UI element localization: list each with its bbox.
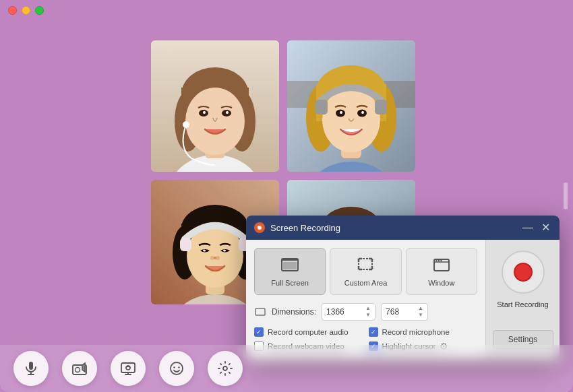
- svg-point-89: [173, 366, 175, 368]
- svg-rect-77: [255, 308, 265, 315]
- video-thumb-2: [287, 40, 415, 172]
- record-audio-checkbox[interactable]: [254, 327, 264, 337]
- start-recording-wrap: Start Recording: [497, 251, 548, 308]
- emoji-button[interactable]: [159, 351, 194, 386]
- custom-area-label: Custom Area: [344, 279, 388, 287]
- svg-marker-82: [82, 363, 85, 372]
- mode-panel: Full Screen: [246, 240, 485, 360]
- svg-point-75: [438, 260, 440, 261]
- svg-rect-42: [180, 238, 191, 251]
- custom-area-icon: [356, 256, 375, 275]
- svg-point-30: [340, 111, 342, 114]
- dialog-minimize-button[interactable]: —: [521, 222, 535, 233]
- camera-button[interactable]: [62, 351, 97, 386]
- width-value: 1366: [326, 307, 344, 317]
- svg-point-44: [203, 250, 206, 252]
- record-dot-icon: [514, 263, 533, 282]
- record-audio-option: Record computer audio: [254, 327, 363, 337]
- svg-point-76: [440, 260, 442, 261]
- svg-point-31: [361, 111, 364, 114]
- svg-rect-61: [282, 259, 298, 261]
- video-thumb-1: [151, 40, 279, 172]
- full-screen-label: Full Screen: [271, 279, 309, 287]
- settings-toolbar-button[interactable]: [208, 351, 243, 386]
- bottom-toolbar: [0, 345, 573, 392]
- screen-share-button[interactable]: [111, 351, 146, 386]
- svg-point-48: [216, 256, 220, 260]
- full-screen-mode-button[interactable]: Full Screen: [254, 248, 326, 295]
- svg-rect-26: [315, 100, 328, 115]
- height-stepper: ▲ ▼: [418, 305, 423, 318]
- microphone-icon: [23, 360, 39, 377]
- record-microphone-option: Record microphone: [369, 327, 478, 337]
- svg-rect-62: [283, 262, 297, 269]
- dialog-title-icon: [254, 222, 265, 233]
- minimize-button[interactable]: [22, 6, 30, 15]
- record-audio-label: Record computer audio: [268, 328, 349, 336]
- width-stepper: ▲ ▼: [365, 305, 371, 318]
- svg-rect-84: [121, 363, 135, 372]
- dialog-titlebar: Screen Recording — ✕: [246, 216, 560, 240]
- svg-point-88: [171, 362, 183, 374]
- svg-rect-78: [29, 362, 33, 370]
- start-recording-button[interactable]: [502, 251, 545, 294]
- record-microphone-label: Record microphone: [382, 328, 450, 336]
- svg-point-13: [226, 111, 229, 114]
- height-input[interactable]: 768 ▲ ▼: [381, 303, 428, 321]
- screen-share-icon: [120, 360, 136, 377]
- traffic-lights: [8, 6, 44, 15]
- dialog-window-controls: — ✕: [521, 222, 551, 233]
- screen-recording-dialog: Screen Recording — ✕: [246, 216, 560, 360]
- custom-area-mode-button[interactable]: Custom Area: [330, 248, 401, 295]
- app-window: Screen Recording — ✕: [0, 0, 573, 392]
- maximize-button[interactable]: [35, 6, 44, 15]
- dialog-close-button[interactable]: ✕: [540, 222, 551, 233]
- svg-point-45: [223, 250, 226, 252]
- height-value: 768: [386, 307, 399, 317]
- camera-icon: [71, 360, 88, 377]
- window-mode-button[interactable]: Window: [406, 248, 477, 295]
- svg-point-12: [203, 111, 206, 114]
- settings-icon: [217, 360, 233, 377]
- svg-point-59: [258, 226, 262, 230]
- emoji-icon: [169, 360, 185, 377]
- dialog-body: Full Screen: [246, 240, 560, 360]
- svg-rect-63: [359, 259, 372, 269]
- dimensions-row: Dimensions: 1366 ▲ ▼ 768 ▲ ▼: [254, 303, 477, 321]
- svg-point-90: [178, 366, 179, 368]
- width-input[interactable]: 1366 ▲ ▼: [322, 303, 375, 321]
- svg-rect-27: [375, 100, 387, 115]
- window-icon: [432, 256, 451, 275]
- svg-point-47: [210, 256, 214, 260]
- dimensions-label: Dimensions:: [272, 307, 316, 317]
- start-recording-label: Start Recording: [497, 300, 548, 308]
- window-mode-label: Window: [428, 279, 454, 287]
- microphone-button[interactable]: [13, 351, 49, 386]
- scrollbar: [564, 183, 568, 209]
- title-bar: [0, 0, 573, 20]
- close-button[interactable]: [8, 6, 17, 15]
- record-microphone-checkbox[interactable]: [369, 327, 378, 337]
- svg-point-91: [223, 366, 227, 370]
- full-screen-icon: [280, 256, 299, 275]
- svg-point-74: [435, 260, 437, 261]
- svg-point-83: [76, 368, 80, 372]
- svg-point-14: [183, 121, 189, 128]
- dimensions-icon: [254, 306, 266, 318]
- dialog-title: Screen Recording: [270, 223, 516, 233]
- record-panel: Start Recording Settings: [485, 240, 560, 360]
- mode-buttons: Full Screen: [254, 248, 477, 295]
